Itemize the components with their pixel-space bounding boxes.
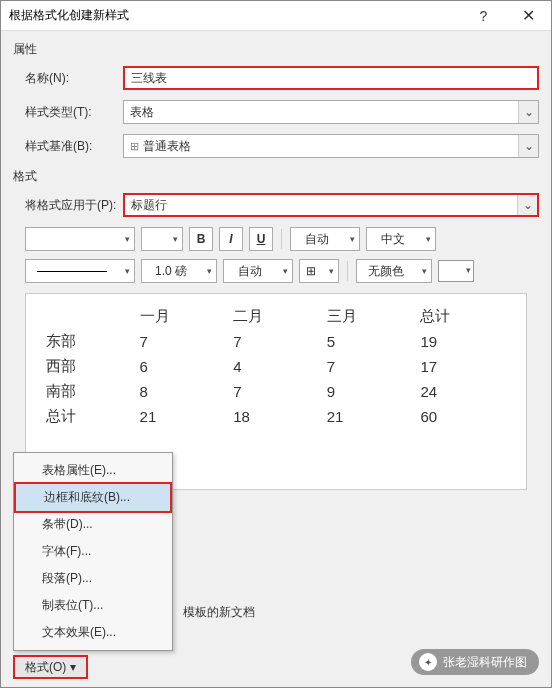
font-family-combo[interactable]: ▾: [25, 227, 135, 251]
label-name: 名称(N):: [13, 70, 123, 87]
font-color-combo[interactable]: 自动▾: [290, 227, 360, 251]
row-name: 名称(N): 三线表: [13, 66, 539, 90]
separator: [347, 261, 348, 281]
wechat-icon: ✦: [419, 653, 437, 671]
font-size-combo[interactable]: ▾: [141, 227, 183, 251]
menu-table-props[interactable]: 表格属性(E)...: [14, 457, 172, 484]
titlebar: 根据格式化创建新样式 ? ✕: [1, 1, 551, 31]
table-row: 南部87924: [42, 379, 510, 404]
table-row: 西部64717: [42, 354, 510, 379]
table-row: 总计21182160: [42, 404, 510, 429]
chevron-down-icon: ⌄: [517, 195, 537, 215]
fill-color-combo[interactable]: 无颜色▾: [356, 259, 432, 283]
dialog-body: 属性 名称(N): 三线表 样式类型(T): 表格⌄ 样式基准(B): ⊞普通表…: [1, 31, 551, 687]
row-apply: 将格式应用于(P): 标题行⌄: [13, 193, 539, 217]
row-base: 样式基准(B): ⊞普通表格⌄: [13, 134, 539, 158]
separator: [281, 229, 282, 249]
menu-paragraph[interactable]: 段落(P)...: [14, 565, 172, 592]
label-apply: 将格式应用于(P):: [13, 197, 123, 214]
type-combo[interactable]: 表格⌄: [123, 100, 539, 124]
grid-icon: ⊞: [306, 264, 316, 278]
border-toolbar: ▾ 1.0 磅▾ 自动▾ ⊞▾ 无颜色▾ ▾: [25, 259, 539, 283]
table-icon: ⊞: [130, 140, 139, 153]
label-base: 样式基准(B):: [13, 138, 123, 155]
color-swatch[interactable]: ▾: [438, 260, 474, 282]
col-header: 三月: [323, 304, 417, 329]
base-combo[interactable]: ⊞普通表格⌄: [123, 134, 539, 158]
menu-font[interactable]: 字体(F)...: [14, 538, 172, 565]
border-preset-combo[interactable]: ⊞▾: [299, 259, 339, 283]
menu-text-effects[interactable]: 文本效果(E)...: [14, 619, 172, 646]
format-menu: 表格属性(E)... 边框和底纹(B)... 条带(D)... 字体(F)...…: [13, 452, 173, 651]
col-header: 一月: [136, 304, 230, 329]
template-note: 模板的新文档: [183, 604, 255, 621]
menu-border-shading[interactable]: 边框和底纹(B)...: [14, 482, 172, 513]
font-toolbar: ▾ ▾ B I U 自动▾ 中文▾: [25, 227, 539, 251]
section-format: 格式: [13, 168, 539, 185]
menu-tabs[interactable]: 制表位(T)...: [14, 592, 172, 619]
line-color-combo[interactable]: 自动▾: [223, 259, 293, 283]
col-header: 总计: [416, 304, 510, 329]
table-row: 东部77519: [42, 329, 510, 354]
close-button[interactable]: ✕: [506, 1, 551, 31]
watermark: ✦ 张老湿科研作图: [411, 649, 539, 675]
help-button[interactable]: ?: [461, 1, 506, 31]
dialog: 根据格式化创建新样式 ? ✕ 属性 名称(N): 三线表 样式类型(T): 表格…: [0, 0, 552, 688]
col-header: 二月: [229, 304, 323, 329]
dialog-title: 根据格式化创建新样式: [9, 7, 461, 24]
bold-button[interactable]: B: [189, 227, 213, 251]
format-button[interactable]: 格式(O) ▾: [13, 655, 88, 679]
preview-table: 一月 二月 三月 总计 东部77519 西部64717 南部87924 总计21…: [42, 304, 510, 429]
name-input[interactable]: 三线表: [123, 66, 539, 90]
lang-combo[interactable]: 中文▾: [366, 227, 436, 251]
chevron-down-icon: ⌄: [518, 101, 538, 123]
row-type: 样式类型(T): 表格⌄: [13, 100, 539, 124]
chevron-down-icon: ⌄: [518, 135, 538, 157]
label-type: 样式类型(T):: [13, 104, 123, 121]
menu-banding[interactable]: 条带(D)...: [14, 511, 172, 538]
italic-button[interactable]: I: [219, 227, 243, 251]
apply-combo[interactable]: 标题行⌄: [123, 193, 539, 217]
underline-button[interactable]: U: [249, 227, 273, 251]
section-properties: 属性: [13, 41, 539, 58]
line-weight-combo[interactable]: 1.0 磅▾: [141, 259, 217, 283]
line-style-combo[interactable]: ▾: [25, 259, 135, 283]
col-header: [42, 304, 136, 329]
